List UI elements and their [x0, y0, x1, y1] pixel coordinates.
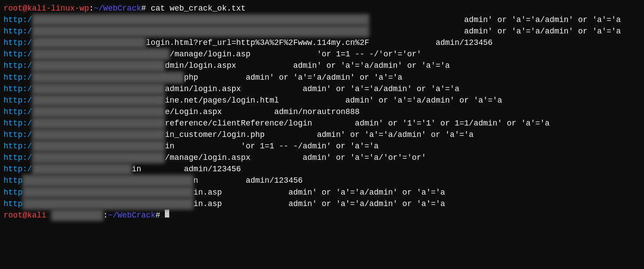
command-text: cat web_crack_ok.txt: [151, 3, 246, 14]
final-prompt-user: root@kali: [4, 210, 46, 221]
output-line: http████████████████████████████████████…: [4, 187, 640, 198]
output-line: http:/████████████████████████████in_cus…: [4, 129, 640, 140]
output-line: http:/█████████████████████████████/mana…: [4, 48, 640, 60]
final-prompt-line: root@kali ███████████:~/WebCrack#: [4, 210, 640, 221]
terminal-window: root@kali-linux-wp:~/WebCrack# cat web_c…: [0, 0, 644, 269]
output-line: http:/████████████████████████████████ph…: [4, 72, 640, 83]
prompt-path: ~/WebCrack: [94, 3, 141, 14]
output-line: http:/██████████████████████████████████…: [4, 14, 640, 26]
output-line: http████████████████████████████████████…: [4, 175, 640, 186]
output-line: http:/████████████████████████████admin/…: [4, 83, 640, 95]
output-line: http:/████████████████████████login.html…: [4, 37, 640, 48]
output-line: http:/████████████████████████████ine.ne…: [4, 95, 640, 106]
cursor: [165, 210, 169, 217]
output-line: http████████████████████████████████████…: [4, 198, 640, 210]
output-line: http:/████████████████████████████/manag…: [4, 152, 640, 163]
output-line: http:/████████████████████████████dmin/l…: [4, 60, 640, 71]
output-line: http:/████████████████████████████refere…: [4, 118, 640, 129]
prompt-user: root@kali-linux-wp: [4, 3, 89, 14]
output-line: http:/█████████████████████in admin/1234…: [4, 163, 640, 175]
output-line: http:/██████████████████████████████████…: [4, 26, 640, 37]
final-prompt-path: ~/WebCrack: [108, 210, 156, 221]
output-line: http:/████████████████████████████in 'or…: [4, 140, 640, 152]
output-line: http:/████████████████████████████e/Logi…: [4, 106, 640, 118]
command-line: root@kali-linux-wp:~/WebCrack# cat web_c…: [4, 3, 640, 14]
